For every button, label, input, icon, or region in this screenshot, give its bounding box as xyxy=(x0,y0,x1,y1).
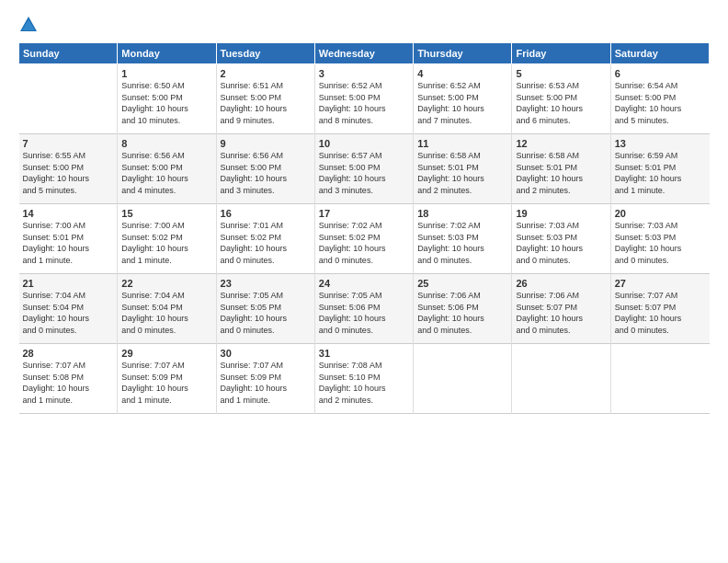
calendar-cell: 26Sunrise: 7:06 AM Sunset: 5:07 PM Dayli… xyxy=(512,274,610,344)
day-info: Sunrise: 7:05 AM Sunset: 5:05 PM Dayligh… xyxy=(221,290,311,336)
day-info: Sunrise: 7:06 AM Sunset: 5:07 PM Dayligh… xyxy=(516,290,606,336)
calendar-cell: 7Sunrise: 6:55 AM Sunset: 5:00 PM Daylig… xyxy=(19,134,118,204)
calendar-table: SundayMondayTuesdayWednesdayThursdayFrid… xyxy=(18,42,710,414)
header-row: SundayMondayTuesdayWednesdayThursdayFrid… xyxy=(19,43,710,64)
logo xyxy=(18,15,40,35)
day-info: Sunrise: 7:03 AM Sunset: 5:03 PM Dayligh… xyxy=(615,220,706,266)
calendar-cell: 27Sunrise: 7:07 AM Sunset: 5:07 PM Dayli… xyxy=(610,274,709,344)
day-info: Sunrise: 6:58 AM Sunset: 5:01 PM Dayligh… xyxy=(516,150,606,196)
day-number: 5 xyxy=(516,68,606,79)
day-number: 27 xyxy=(615,278,706,289)
day-info: Sunrise: 7:08 AM Sunset: 5:10 PM Dayligh… xyxy=(319,360,409,406)
day-info: Sunrise: 6:57 AM Sunset: 5:00 PM Dayligh… xyxy=(319,150,409,196)
calendar-cell: 22Sunrise: 7:04 AM Sunset: 5:04 PM Dayli… xyxy=(118,274,216,344)
calendar-week-row: 14Sunrise: 7:00 AM Sunset: 5:01 PM Dayli… xyxy=(19,204,710,274)
calendar-cell: 23Sunrise: 7:05 AM Sunset: 5:05 PM Dayli… xyxy=(216,274,314,344)
day-info: Sunrise: 6:55 AM Sunset: 5:00 PM Dayligh… xyxy=(23,150,114,196)
calendar-week-row: 21Sunrise: 7:04 AM Sunset: 5:04 PM Dayli… xyxy=(19,274,710,344)
day-info: Sunrise: 6:54 AM Sunset: 5:00 PM Dayligh… xyxy=(615,80,706,126)
calendar-cell: 15Sunrise: 7:00 AM Sunset: 5:02 PM Dayli… xyxy=(118,204,216,274)
day-number: 31 xyxy=(319,348,409,359)
day-info: Sunrise: 6:52 AM Sunset: 5:00 PM Dayligh… xyxy=(319,80,409,126)
header-day: Tuesday xyxy=(216,43,314,64)
day-number: 30 xyxy=(221,348,311,359)
calendar-cell: 16Sunrise: 7:01 AM Sunset: 5:02 PM Dayli… xyxy=(216,204,314,274)
day-number: 11 xyxy=(417,138,507,149)
day-info: Sunrise: 6:58 AM Sunset: 5:01 PM Dayligh… xyxy=(417,150,507,196)
day-info: Sunrise: 6:56 AM Sunset: 5:00 PM Dayligh… xyxy=(221,150,311,196)
day-info: Sunrise: 7:06 AM Sunset: 5:06 PM Dayligh… xyxy=(417,290,507,336)
day-number: 9 xyxy=(221,138,311,149)
calendar-cell: 4Sunrise: 6:52 AM Sunset: 5:00 PM Daylig… xyxy=(414,64,512,134)
day-info: Sunrise: 7:01 AM Sunset: 5:02 PM Dayligh… xyxy=(221,220,311,266)
day-number: 21 xyxy=(23,278,114,289)
day-number: 29 xyxy=(121,348,211,359)
calendar-cell: 28Sunrise: 7:07 AM Sunset: 5:08 PM Dayli… xyxy=(19,344,118,414)
calendar-page: SundayMondayTuesdayWednesdayThursdayFrid… xyxy=(0,0,728,563)
day-number: 25 xyxy=(417,278,507,289)
day-number: 4 xyxy=(417,68,507,79)
logo-icon xyxy=(18,15,39,35)
calendar-cell xyxy=(19,64,118,134)
day-number: 1 xyxy=(121,68,211,79)
day-number: 19 xyxy=(516,208,606,219)
day-info: Sunrise: 6:51 AM Sunset: 5:00 PM Dayligh… xyxy=(221,80,311,126)
day-info: Sunrise: 7:07 AM Sunset: 5:09 PM Dayligh… xyxy=(121,360,211,406)
day-info: Sunrise: 7:02 AM Sunset: 5:03 PM Dayligh… xyxy=(417,220,507,266)
day-number: 22 xyxy=(121,278,211,289)
calendar-cell: 19Sunrise: 7:03 AM Sunset: 5:03 PM Dayli… xyxy=(512,204,610,274)
day-number: 6 xyxy=(615,68,706,79)
day-number: 23 xyxy=(221,278,311,289)
header-day: Thursday xyxy=(414,43,512,64)
calendar-cell xyxy=(414,344,512,414)
calendar-cell: 14Sunrise: 7:00 AM Sunset: 5:01 PM Dayli… xyxy=(19,204,118,274)
day-number: 12 xyxy=(516,138,606,149)
day-info: Sunrise: 7:03 AM Sunset: 5:03 PM Dayligh… xyxy=(516,220,606,266)
day-info: Sunrise: 6:59 AM Sunset: 5:01 PM Dayligh… xyxy=(615,150,706,196)
calendar-cell: 31Sunrise: 7:08 AM Sunset: 5:10 PM Dayli… xyxy=(314,344,413,414)
header xyxy=(18,15,710,35)
day-number: 8 xyxy=(121,138,211,149)
day-number: 28 xyxy=(23,348,114,359)
day-number: 3 xyxy=(319,68,409,79)
header-day: Saturday xyxy=(610,43,709,64)
calendar-cell: 20Sunrise: 7:03 AM Sunset: 5:03 PM Dayli… xyxy=(610,204,709,274)
calendar-cell: 5Sunrise: 6:53 AM Sunset: 5:00 PM Daylig… xyxy=(512,64,610,134)
day-info: Sunrise: 6:53 AM Sunset: 5:00 PM Dayligh… xyxy=(516,80,606,126)
day-number: 2 xyxy=(221,68,311,79)
calendar-cell: 18Sunrise: 7:02 AM Sunset: 5:03 PM Dayli… xyxy=(414,204,512,274)
day-info: Sunrise: 6:52 AM Sunset: 5:00 PM Dayligh… xyxy=(417,80,507,126)
day-number: 18 xyxy=(417,208,507,219)
calendar-cell: 17Sunrise: 7:02 AM Sunset: 5:02 PM Dayli… xyxy=(314,204,413,274)
day-number: 14 xyxy=(23,208,114,219)
calendar-cell: 3Sunrise: 6:52 AM Sunset: 5:00 PM Daylig… xyxy=(314,64,413,134)
calendar-cell: 24Sunrise: 7:05 AM Sunset: 5:06 PM Dayli… xyxy=(314,274,413,344)
calendar-week-row: 1Sunrise: 6:50 AM Sunset: 5:00 PM Daylig… xyxy=(19,64,710,134)
calendar-cell: 30Sunrise: 7:07 AM Sunset: 5:09 PM Dayli… xyxy=(216,344,314,414)
day-number: 20 xyxy=(615,208,706,219)
day-number: 7 xyxy=(23,138,114,149)
day-number: 15 xyxy=(121,208,211,219)
day-info: Sunrise: 7:07 AM Sunset: 5:07 PM Dayligh… xyxy=(615,290,706,336)
calendar-week-row: 28Sunrise: 7:07 AM Sunset: 5:08 PM Dayli… xyxy=(19,344,710,414)
header-day: Wednesday xyxy=(314,43,413,64)
day-number: 10 xyxy=(319,138,409,149)
day-number: 16 xyxy=(221,208,311,219)
day-info: Sunrise: 7:00 AM Sunset: 5:01 PM Dayligh… xyxy=(23,220,114,266)
header-day: Monday xyxy=(118,43,216,64)
day-number: 24 xyxy=(319,278,409,289)
calendar-cell xyxy=(512,344,610,414)
day-info: Sunrise: 6:56 AM Sunset: 5:00 PM Dayligh… xyxy=(121,150,211,196)
header-day: Friday xyxy=(512,43,610,64)
calendar-cell: 29Sunrise: 7:07 AM Sunset: 5:09 PM Dayli… xyxy=(118,344,216,414)
calendar-cell: 1Sunrise: 6:50 AM Sunset: 5:00 PM Daylig… xyxy=(118,64,216,134)
day-info: Sunrise: 7:04 AM Sunset: 5:04 PM Dayligh… xyxy=(121,290,211,336)
day-info: Sunrise: 6:50 AM Sunset: 5:00 PM Dayligh… xyxy=(121,80,211,126)
calendar-cell: 13Sunrise: 6:59 AM Sunset: 5:01 PM Dayli… xyxy=(610,134,709,204)
calendar-cell: 8Sunrise: 6:56 AM Sunset: 5:00 PM Daylig… xyxy=(118,134,216,204)
day-info: Sunrise: 7:00 AM Sunset: 5:02 PM Dayligh… xyxy=(121,220,211,266)
day-info: Sunrise: 7:07 AM Sunset: 5:09 PM Dayligh… xyxy=(221,360,311,406)
day-info: Sunrise: 7:07 AM Sunset: 5:08 PM Dayligh… xyxy=(23,360,114,406)
calendar-cell: 6Sunrise: 6:54 AM Sunset: 5:00 PM Daylig… xyxy=(610,64,709,134)
day-number: 26 xyxy=(516,278,606,289)
